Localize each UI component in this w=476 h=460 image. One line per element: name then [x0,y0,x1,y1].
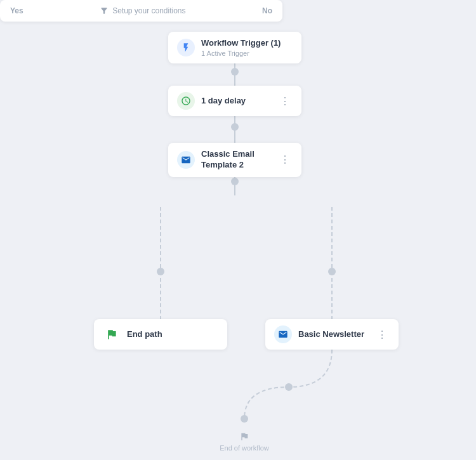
connector-dot-2 [231,123,239,131]
email-node[interactable]: Classic Email Template 2 ⋮ [168,143,301,177]
endworkflow-label: End of workflow [220,444,269,452]
condition-setup[interactable]: Setup your conditions [100,6,185,15]
trigger-node[interactable]: Workflow Trigger (1) 1 Active Trigger [168,32,301,63]
newsletter-title: Basic Newsletter [298,329,364,340]
endpath-icon [103,325,121,343]
condition-no-label: No [262,6,272,15]
trigger-title: Workflow Trigger (1) [201,38,281,49]
email-menu[interactable]: ⋮ [277,152,293,167]
newsletter-menu[interactable]: ⋮ [374,327,390,342]
trigger-icon [177,39,195,56]
workflow-canvas: Workflow Trigger (1) 1 Active Trigger 1 … [0,0,476,460]
filter-icon [100,6,109,15]
endpath-title: End path [127,329,162,340]
connector-dot-3 [231,178,239,185]
email-icon [177,151,195,169]
delay-title: 1 day delay [201,96,246,107]
connector-dot-no [328,268,336,275]
delay-menu[interactable]: ⋮ [277,94,293,108]
email-title: Classic Email Template 2 [201,149,271,171]
endworkflow-icon [239,431,249,442]
condition-setup-label: Setup your conditions [112,6,185,15]
condition-node[interactable]: Yes Setup your conditions No [0,0,282,22]
newsletter-icon [274,325,292,343]
connector-dot-1 [231,68,239,76]
delay-icon [177,92,195,110]
trigger-subtitle: 1 Active Trigger [201,49,281,57]
connector-dot-yes [157,268,164,275]
trigger-node-text: Workflow Trigger (1) 1 Active Trigger [201,38,281,57]
endpath-node[interactable]: End path [94,319,227,350]
connector-dot-merge [285,383,293,391]
endworkflow-node: End of workflow [194,425,295,458]
delay-node[interactable]: 1 day delay ⋮ [168,86,301,116]
condition-yes-label: Yes [10,6,23,15]
connector-dot-end [241,415,248,423]
newsletter-node[interactable]: Basic Newsletter ⋮ [265,319,399,350]
